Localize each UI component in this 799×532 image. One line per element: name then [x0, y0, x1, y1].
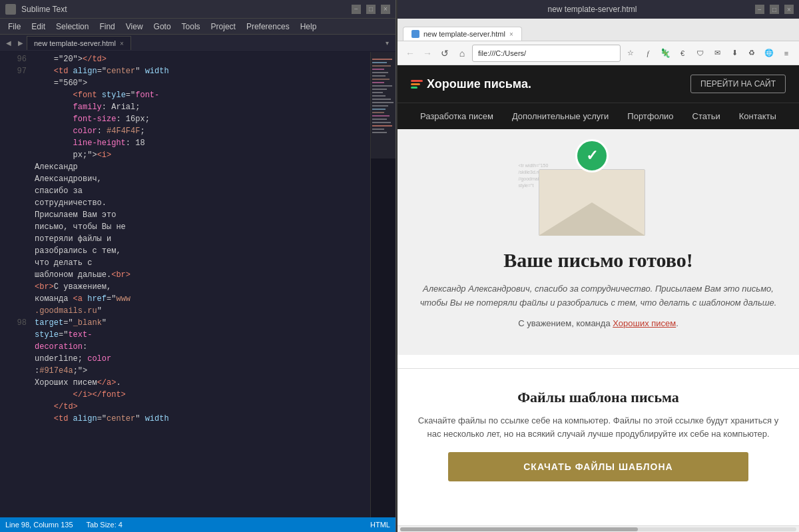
nav-link-portfolio[interactable]: Портфолио	[618, 103, 682, 129]
security-button[interactable]: 🦎	[658, 46, 672, 61]
scrollbar-thumb[interactable]	[400, 527, 638, 531]
menu-help[interactable]: Help	[295, 19, 322, 34]
menu-file[interactable]: File	[3, 19, 26, 34]
menu-preferences[interactable]: Preferences	[241, 19, 295, 34]
envelope-illustration: <tr width="150 /skille3d.ru/ //goodmails…	[411, 149, 786, 236]
mail-button[interactable]: ✉	[710, 46, 724, 61]
tab-close-button[interactable]: ×	[120, 40, 124, 47]
logo-stripes-icon	[411, 80, 423, 89]
nav-link-articles[interactable]: Статьи	[683, 103, 730, 129]
menu-edit[interactable]: Edit	[26, 19, 51, 34]
envelope-image: <tr width="150 /skille3d.ru/ //goodmails…	[539, 149, 659, 236]
browser-title: new template-server.html	[429, 5, 755, 14]
files-description: Скачайте файлы по ссылке себе на компьют…	[411, 414, 786, 442]
browser-tab-bar: new template-server.html ×	[398, 19, 799, 41]
line-numbers: 96 97 98	[0, 52, 32, 517]
editor-window: Sublime Text − □ × File Edit Selection F…	[0, 0, 396, 532]
menu-tools[interactable]: Tools	[176, 19, 206, 34]
email-sign-off: С уважением, команда Хороших писем.	[411, 318, 786, 328]
browser-tab-label: new template-server.html	[423, 30, 505, 38]
svg-rect-24	[371, 52, 396, 158]
editor-close-button[interactable]: ×	[381, 5, 390, 14]
files-headline: Файлы шаблона письма	[411, 389, 786, 406]
email-body-text: Александр Александрович, спасибо за сотр…	[411, 282, 786, 310]
sync-button[interactable]: ♻	[744, 46, 759, 61]
tab-favicon	[411, 30, 419, 38]
editor-window-controls: − □ ×	[352, 5, 390, 14]
globe-button[interactable]: 🌐	[762, 46, 776, 61]
address-bar[interactable]	[472, 45, 621, 62]
browser-window: new template-server.html − □ × new templ…	[398, 0, 799, 532]
editor-app-icon	[5, 4, 16, 15]
download-status-button[interactable]: ⬇	[727, 46, 742, 61]
sign-off-link[interactable]: Хороших писем	[613, 318, 676, 328]
editor-code-area[interactable]: 96 97 98	[0, 52, 396, 517]
envelope-bottom-flap	[539, 202, 645, 236]
nav-link-contacts[interactable]: Контакты	[730, 103, 786, 129]
logo-stripe-orange	[411, 83, 420, 85]
back-button[interactable]: ←	[403, 46, 417, 61]
menu-button[interactable]: ≡	[779, 46, 794, 61]
menu-goto[interactable]: Goto	[148, 19, 176, 34]
editor-minimap	[370, 52, 396, 517]
editor-minimize-button[interactable]: −	[352, 5, 361, 14]
email-body: <tr width="150 /skille3d.ru/ //goodmails…	[398, 129, 799, 355]
logo-stripe-green	[411, 87, 417, 89]
editor-titlebar: Sublime Text − □ ×	[0, 0, 396, 19]
tab-left-arrow[interactable]: ◀	[3, 37, 15, 49]
browser-close-button[interactable]: ×	[784, 5, 794, 14]
browser-maximize-button[interactable]: □	[770, 5, 779, 14]
go-to-site-button[interactable]: ПЕРЕЙТИ НА САЙТ	[690, 75, 786, 93]
bookmark-button[interactable]: ☆	[623, 46, 638, 61]
nav-link-services[interactable]: Дополнительные услуги	[503, 103, 618, 129]
editor-tab-bar: ◀ ▶ new template-server.html × ▾	[0, 35, 396, 52]
syntax-mode: HTML	[370, 521, 390, 529]
editor-statusbar: Line 98, Column 135 Tab Size: 4 HTML	[0, 517, 396, 532]
browser-tab-close[interactable]: ×	[509, 31, 513, 38]
euro-button[interactable]: €	[675, 46, 690, 61]
email-nav: Разработка писем Дополнительные услуги П…	[398, 103, 799, 129]
editor-title: Sublime Text	[21, 5, 352, 14]
browser-titlebar: new template-server.html − □ ×	[398, 0, 799, 19]
editor-maximize-button[interactable]: □	[366, 5, 376, 14]
minimap-visualization	[371, 52, 396, 517]
minimap-toggle[interactable]: ▾	[381, 37, 393, 49]
tab-label: new template-server.html	[34, 39, 116, 47]
email-logo: Хорошие письма.	[411, 77, 531, 91]
browser-scrollbar[interactable]	[398, 525, 799, 532]
editor-tab-file[interactable]: new template-server.html ×	[27, 36, 131, 50]
menu-selection[interactable]: Selection	[51, 19, 94, 34]
checkmark-icon: ✓	[586, 147, 598, 164]
files-section: Файлы шаблона письма Скачайте файлы по с…	[398, 382, 799, 495]
logo-stripe-red	[411, 80, 423, 82]
shield-button[interactable]: 🛡	[692, 46, 707, 61]
email-header: Хорошие письма. ПЕРЕЙТИ НА САЙТ	[398, 65, 799, 103]
code-content[interactable]: ="20"></td> <td align="center" width ="5…	[32, 52, 370, 517]
cursor-position: Line 98, Column 135	[5, 521, 73, 529]
browser-content[interactable]: Хорошие письма. ПЕРЕЙТИ НА САЙТ Разработ…	[398, 65, 799, 525]
email-headline: Ваше письмо готово!	[411, 249, 786, 272]
sign-end: .	[676, 318, 678, 328]
browser-addressbar: ← → ↺ ⌂ ☆ f 🦎 € 🛡 ✉ ⬇ ♻ 🌐 ≡	[398, 41, 799, 65]
menu-project[interactable]: Project	[206, 19, 241, 34]
tab-right-arrow[interactable]: ▶	[15, 37, 27, 49]
tab-size: Tab Size: 4	[87, 521, 123, 529]
sign-off-text: С уважением, команда	[518, 318, 613, 328]
section-divider	[398, 368, 799, 369]
success-checkmark: ✓	[575, 139, 609, 172]
home-button[interactable]: ⌂	[455, 46, 469, 61]
refresh-button[interactable]: ↺	[437, 46, 452, 61]
scrollbar-track	[400, 527, 796, 531]
editor-menubar: File Edit Selection Find View Goto Tools…	[0, 19, 396, 35]
logo-text: Хорошие письма.	[427, 77, 531, 91]
menu-view[interactable]: View	[121, 19, 148, 34]
browser-window-controls: − □ ×	[755, 5, 794, 14]
forward-button[interactable]: →	[420, 46, 435, 61]
browser-tab[interactable]: new template-server.html ×	[403, 27, 522, 41]
menu-find[interactable]: Find	[94, 19, 120, 34]
nav-link-dev[interactable]: Разработка писем	[411, 103, 503, 129]
reader-button[interactable]: f	[641, 46, 655, 61]
browser-minimize-button[interactable]: −	[755, 5, 764, 14]
download-button[interactable]: СКАЧАТЬ ФАЙЛЫ ШАБЛОНА	[448, 452, 748, 481]
